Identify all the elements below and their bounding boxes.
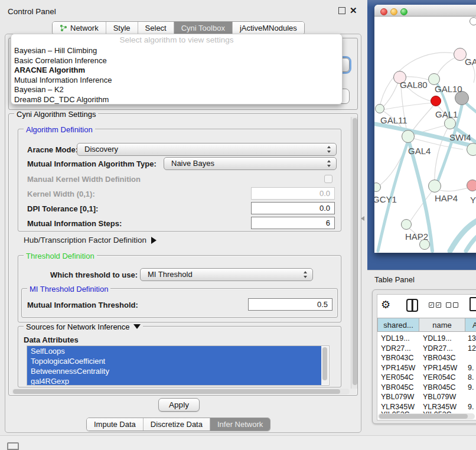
node-label: GAL4 — [408, 146, 431, 156]
cell[interactable]: YDL19... — [381, 334, 410, 343]
settings-gear-icon[interactable]: ⚙ — [381, 298, 390, 311]
dropdown-item[interactable]: Bayesian – Hill Climbing — [11, 46, 342, 56]
cell[interactable]: YBR043C — [423, 354, 456, 362]
settings-horizontal-scrollbar[interactable] — [12, 389, 350, 394]
cell[interactable]: YPR145W — [423, 364, 457, 372]
tab-jactivemnodules[interactable]: jActiveMNodules — [233, 22, 304, 34]
close-panel-icon[interactable]: ✕ — [350, 5, 357, 16]
dpi-tolerance-field[interactable]: 0.0 — [251, 202, 335, 214]
attribute-list-scrollbar[interactable] — [321, 347, 328, 384]
cell[interactable]: YER054C — [381, 373, 414, 381]
node-label: GAL80 — [400, 80, 428, 90]
node-gal10[interactable] — [428, 73, 440, 85]
cell[interactable]: 9. — [468, 364, 474, 372]
dropdown-prompt: Select algorithm to view settings — [11, 34, 342, 46]
select-all-checkbox-icon[interactable]: ✓ — [436, 302, 441, 308]
node-gal1[interactable] — [444, 118, 456, 129]
cell[interactable]: YBR043C — [381, 354, 414, 362]
node-label: GAL1 — [435, 109, 458, 119]
cell[interactable]: YBL079W — [381, 393, 414, 401]
node-red-selected[interactable] — [431, 96, 441, 106]
tab-infer-network[interactable]: Infer Network — [210, 418, 270, 431]
node-gal11[interactable] — [375, 104, 384, 113]
node-hap4[interactable] — [428, 180, 441, 193]
tab-select[interactable]: Select — [138, 22, 174, 34]
which-threshold-label: Which threshold to use: — [50, 270, 138, 279]
table-horizontal-scrollbar[interactable] — [378, 413, 475, 419]
attribute-item[interactable]: TopologicalCoefficient — [27, 356, 321, 366]
data-attributes-list: SelfLoops TopologicalCoefficient Between… — [27, 345, 330, 386]
cell[interactable]: YBR045C — [423, 383, 456, 392]
cell[interactable]: 12 — [468, 344, 476, 353]
table-panel-title: Table Panel — [374, 275, 415, 284]
spinner-arrows-icon — [327, 146, 331, 153]
attribute-item[interactable]: SelfLoops — [27, 346, 321, 356]
cell[interactable]: YLR345W — [381, 403, 415, 411]
node-right-pink[interactable] — [467, 180, 476, 191]
apply-button[interactable]: Apply — [158, 398, 200, 412]
settings-vertical-scrollbar[interactable] — [351, 117, 357, 389]
minimize-traffic-light-icon[interactable] — [390, 8, 397, 15]
tab-style[interactable]: Style — [106, 22, 138, 34]
mi-type-combo[interactable]: Naive Bayes — [164, 157, 337, 170]
cell[interactable]: 13 — [468, 334, 476, 343]
data-attributes-label: Data Attributes — [24, 335, 79, 344]
mi-threshold-field[interactable]: 0.5 — [248, 298, 332, 311]
column-header-shared-name[interactable]: shared... — [377, 318, 419, 332]
cell[interactable]: 8. — [468, 373, 474, 381]
float-panel-icon[interactable] — [338, 7, 345, 14]
dropdown-item[interactable]: Basic Correlation Inference — [11, 56, 342, 66]
node-label: GAL11 — [380, 115, 407, 125]
network-window-titlebar[interactable] — [374, 5, 476, 17]
control-panel-title: Control Panel — [8, 7, 56, 16]
cell[interactable]: 9. — [468, 383, 474, 392]
cell[interactable]: 9. — [468, 403, 474, 411]
aracne-mode-combo[interactable]: Discovery — [77, 143, 337, 156]
bottom-left-button[interactable] — [7, 442, 19, 450]
close-traffic-light-icon[interactable] — [380, 8, 387, 15]
attribute-item[interactable]: BetweennessCentrality — [27, 366, 321, 376]
tab-network[interactable]: Network — [53, 22, 106, 34]
dropdown-item[interactable]: Bayesian – K2 — [11, 85, 342, 95]
deselect-all-checkbox-icon[interactable] — [446, 302, 451, 308]
cell[interactable]: YPR145W — [381, 364, 415, 372]
column-header-partial[interactable]: A — [465, 318, 476, 332]
node-label: HAP4 — [435, 193, 458, 203]
kernel-width-field: 0.0 — [251, 187, 335, 200]
cell[interactable]: YLR345W — [423, 403, 457, 411]
expand-right-icon — [151, 237, 157, 244]
sources-group-title[interactable]: Sources for Network Inference — [24, 322, 143, 331]
tab-cyni-toolbox[interactable]: Cyni Toolbox — [174, 22, 233, 34]
tab-discretize-data[interactable]: Discretize Data — [144, 418, 210, 431]
split-panel-icon[interactable] — [406, 299, 418, 312]
zoom-traffic-light-icon[interactable] — [400, 8, 407, 15]
node-gal4[interactable] — [402, 130, 415, 143]
network-canvas[interactable]: GAL GAL80 GAL10 GAL1 GAL11 SWI4 GAL4 GCY… — [374, 17, 476, 253]
cell[interactable]: YDR27... — [423, 344, 453, 353]
splitter-collapse-handle[interactable] — [361, 216, 364, 221]
dropdown-item[interactable]: Dream8 DC_TDC Algorithm — [11, 95, 342, 105]
node-partial-top[interactable] — [470, 17, 476, 25]
cell[interactable]: YDL19... — [423, 334, 452, 343]
deselect-all-checkbox-icon[interactable] — [453, 302, 458, 308]
cell[interactable]: YDR27... — [381, 344, 411, 353]
spinner-arrows-icon — [327, 160, 331, 167]
select-all-checkbox-icon[interactable]: ✓ — [429, 302, 434, 308]
node-label: Y — [470, 195, 476, 205]
node-hap2[interactable] — [401, 219, 412, 230]
mi-steps-field[interactable]: 6 — [251, 217, 335, 229]
column-header-name[interactable]: name — [419, 318, 465, 332]
cell[interactable]: YER054C — [423, 373, 456, 381]
dropdown-item[interactable]: Mutual Information Inference — [11, 76, 342, 86]
dropdown-item-aracne[interactable]: ARACNE Algorithm — [11, 66, 342, 76]
new-table-icon[interactable] — [470, 297, 476, 311]
which-threshold-combo[interactable]: MI Threshold — [140, 268, 313, 281]
manual-kernel-label: Manual Kernel Width Definition — [27, 175, 141, 184]
cell[interactable]: YBR045C — [381, 383, 414, 392]
network-view-window: GAL GAL80 GAL10 GAL1 GAL11 SWI4 GAL4 GCY… — [374, 5, 476, 253]
cell[interactable]: YBL079W — [423, 393, 456, 401]
tab-impute-data[interactable]: Impute Data — [87, 418, 144, 431]
hub-definition-expander[interactable]: Hub/Transcription Factor Definition — [24, 236, 157, 244]
node-right-green[interactable] — [467, 143, 476, 156]
attribute-item[interactable]: gal4RGexp — [27, 376, 321, 386]
